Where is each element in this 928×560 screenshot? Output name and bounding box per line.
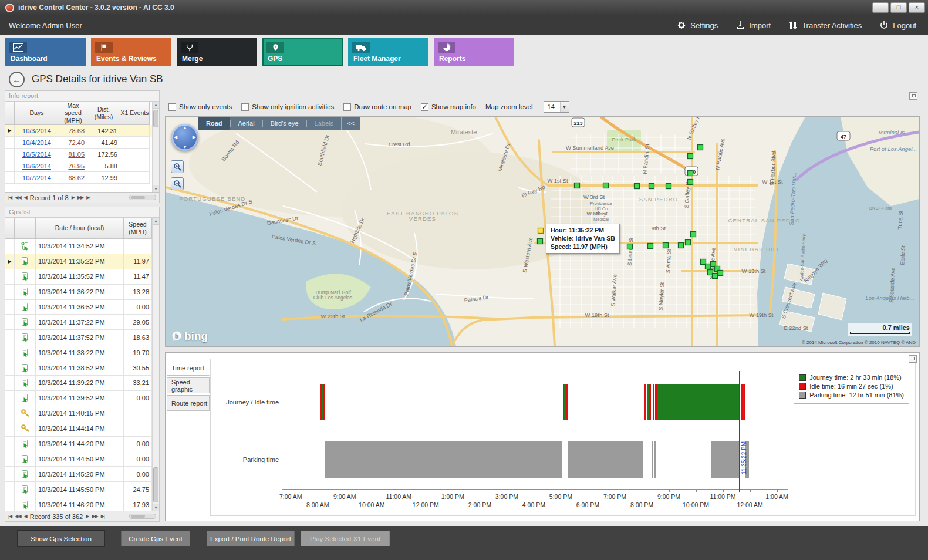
prev-page-button[interactable]: ◀◀ <box>15 514 21 519</box>
gps-marker[interactable] <box>698 145 703 150</box>
gps-marker[interactable] <box>688 180 693 185</box>
scroll-down-button[interactable]: ▼ <box>153 504 159 511</box>
last-button[interactable]: ▶| <box>86 195 90 200</box>
checkbox-box[interactable] <box>343 103 351 111</box>
gps-marker[interactable] <box>691 232 696 237</box>
gps-list-row[interactable]: 10/3/2014 11:34:52 PM <box>5 239 159 254</box>
gps-list-row[interactable]: 10/3/2014 11:40:15 PM <box>5 406 159 421</box>
gps-list-row[interactable]: 10/3/2014 11:46:20 PM17.93 <box>5 497 159 511</box>
export-print-route-report-button[interactable]: Export / Print Route Report <box>207 531 295 546</box>
gps-list-row[interactable]: 10/3/2014 11:36:52 PM0.00 <box>5 300 159 315</box>
map-style-tab-labels[interactable]: Labels <box>307 117 341 130</box>
day-link[interactable]: 10/3/2014 <box>22 127 51 134</box>
collapse-bottom-panel-button[interactable] <box>909 355 917 363</box>
gps-list-row[interactable]: 10/3/2014 11:35:52 PM11.47 <box>5 269 159 285</box>
nav-tab-reports[interactable]: Reports <box>434 38 514 66</box>
import-button[interactable]: Import <box>735 21 771 30</box>
nav-tab-fleet-manager[interactable]: Fleet Manager <box>348 38 428 66</box>
gps-marker[interactable] <box>713 274 718 279</box>
nav-tab-merge[interactable]: Merge <box>177 38 257 66</box>
day-link[interactable]: 10/6/2014 <box>22 163 51 170</box>
gps-marker[interactable] <box>649 184 654 189</box>
collapse-top-panel-button[interactable] <box>909 92 917 100</box>
first-button[interactable]: |◀ <box>8 195 12 200</box>
map-zoom-out-button[interactable] <box>171 177 184 190</box>
checkbox-show-only-ignition-activities[interactable]: Show only ignition activities <box>241 103 334 111</box>
gps-marker[interactable] <box>648 244 653 249</box>
max-speed-link[interactable]: 76.95 <box>68 163 85 170</box>
create-gps-event-button[interactable]: Create Gps Event <box>121 531 190 546</box>
gps-list-row[interactable]: 10/3/2014 11:44:14 PM <box>5 421 159 437</box>
gps-marker[interactable] <box>686 240 691 245</box>
nav-tab-events-reviews[interactable]: Events & Reviews <box>91 38 171 66</box>
info-table-row[interactable]: ▶10/3/201478.68142.31 <box>5 125 159 137</box>
scroll-thumb[interactable] <box>153 110 158 127</box>
gps-list-row[interactable]: 10/3/2014 11:38:22 PM19.70 <box>5 345 159 360</box>
gps-marker[interactable] <box>688 154 693 159</box>
day-link[interactable]: 10/7/2014 <box>22 174 51 181</box>
gps-list-row[interactable]: 10/3/2014 11:37:52 PM18.63 <box>5 330 159 345</box>
gps-marker[interactable] <box>666 184 671 189</box>
info-table-row[interactable]: 10/5/201481.05172.56 <box>5 149 159 160</box>
info-table-row[interactable]: 10/6/201476.955.88 <box>5 160 159 172</box>
gps-list-row[interactable]: 10/3/2014 11:45:50 PM24.75 <box>5 482 159 497</box>
show-gps-selection-button[interactable]: Show Gps Selection <box>18 531 104 546</box>
nav-tab-gps[interactable]: GPS <box>262 38 343 66</box>
next-page-button[interactable]: ▶▶ <box>92 514 97 519</box>
map-compass-control[interactable]: ▲▼◀▶ <box>171 124 198 151</box>
max-speed-link[interactable]: 78.68 <box>68 127 85 134</box>
prev-button[interactable]: ◀ <box>24 195 27 200</box>
gps-list-row[interactable]: 10/3/2014 11:38:52 PM30.55 <box>5 360 159 376</box>
prev-page-button[interactable]: ◀◀ <box>15 195 21 200</box>
report-tab-route-report[interactable]: Route report <box>167 395 210 411</box>
gps-marker[interactable] <box>575 183 580 188</box>
pager-scrollbar[interactable] <box>129 514 156 519</box>
close-button[interactable]: × <box>909 2 925 13</box>
last-button[interactable]: ▶| <box>101 514 104 519</box>
day-link[interactable]: 10/4/2014 <box>22 139 51 146</box>
gps-marker[interactable] <box>663 243 669 248</box>
scroll-up-button[interactable]: ▲ <box>153 218 159 225</box>
back-button[interactable]: ← <box>9 72 25 87</box>
transfer-activities-button[interactable]: Transfer Activities <box>788 21 862 30</box>
info-table-row[interactable]: 10/4/201472.4041.49 <box>5 137 159 149</box>
gps-list-row[interactable]: 10/3/2014 11:44:20 PM0.00 <box>5 437 159 452</box>
gps-marker[interactable] <box>538 239 543 244</box>
checkbox-box[interactable] <box>241 103 249 111</box>
gps-marker[interactable] <box>706 264 711 269</box>
gps-table-scrollbar[interactable]: ▲▼ <box>152 218 159 511</box>
logout-button[interactable]: Logout <box>879 21 916 30</box>
checkbox-show-map-info[interactable]: ✓Show map info <box>421 103 476 111</box>
max-speed-link[interactable]: 68.62 <box>68 174 85 181</box>
report-tab-speed-graphic[interactable]: Speed graphic <box>167 377 210 393</box>
gps-list-row[interactable]: 10/3/2014 11:36:22 PM13.28 <box>5 285 159 300</box>
map-zoom-select[interactable]: 14▼ <box>544 101 569 113</box>
next-button[interactable]: ▶ <box>72 195 75 200</box>
nav-tab-dashboard[interactable]: Dashboard <box>5 38 86 66</box>
scroll-down-button[interactable]: ▼ <box>153 185 159 192</box>
selected-gps-marker[interactable] <box>538 228 544 234</box>
minimize-button[interactable]: – <box>872 2 889 13</box>
scroll-up-button[interactable]: ▲ <box>153 102 159 109</box>
gps-marker[interactable] <box>718 271 723 276</box>
gps-list-row[interactable]: 10/3/2014 11:37:22 PM29.05 <box>5 315 159 330</box>
gps-marker[interactable] <box>688 171 693 176</box>
pager-scroll-thumb[interactable] <box>131 515 145 518</box>
info-table-scrollbar[interactable]: ▲▼ <box>152 102 159 192</box>
pager-scrollbar[interactable] <box>129 195 156 200</box>
gps-marker[interactable] <box>679 243 684 248</box>
map-style-tab-bird-s-eye[interactable]: Bird's eye <box>263 117 306 130</box>
checkbox-show-only-events[interactable]: Show only events <box>168 103 232 111</box>
settings-button[interactable]: Settings <box>677 21 718 30</box>
gps-marker[interactable] <box>635 184 640 189</box>
map-style-tab-aerial[interactable]: Aerial <box>231 117 262 130</box>
pager-scroll-thumb[interactable] <box>131 196 145 199</box>
gps-list-row[interactable]: 10/3/2014 11:44:50 PM0.00 <box>5 451 159 467</box>
maximize-button[interactable]: □ <box>890 2 907 13</box>
gps-list-row[interactable]: 10/3/2014 11:39:22 PM33.21 <box>5 376 159 391</box>
map-zoom-in-button[interactable] <box>171 160 184 173</box>
checkbox-draw-route-on-map[interactable]: Draw route on map <box>343 103 411 111</box>
map-tabs-collapse-button[interactable]: << <box>341 117 360 130</box>
gps-list-row[interactable]: ▶10/3/2014 11:35:22 PM11.97 <box>5 254 159 269</box>
gps-list-row[interactable]: 10/3/2014 11:39:52 PM0.00 <box>5 391 159 406</box>
